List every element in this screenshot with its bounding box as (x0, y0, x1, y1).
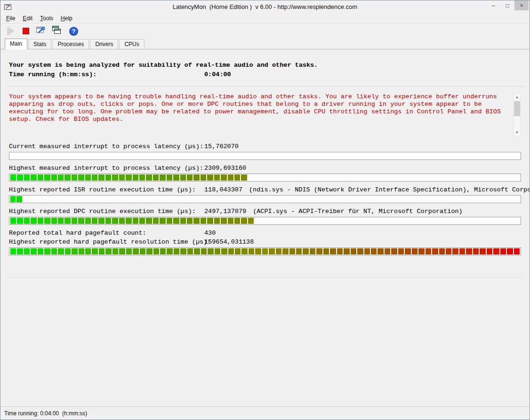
meter-segment (78, 218, 84, 224)
meter-segment (16, 196, 22, 202)
analyzing-text: Your system is being analyzed for suitab… (9, 61, 521, 70)
meter-segment (446, 248, 451, 254)
meter-segment (214, 218, 220, 224)
play-icon (8, 27, 14, 35)
main-panel: Your system is being analyzed for suitab… (0, 49, 530, 406)
meter-segment (31, 218, 36, 224)
meter-segment (79, 248, 84, 254)
divider (5, 86, 525, 87)
close-button[interactable]: × (514, 0, 529, 10)
scroll-up-icon[interactable]: ▲ (514, 94, 521, 101)
analysis-summary: Your system is being analyzed for suitab… (9, 61, 521, 79)
metric-label: Current measured interrupt to process la… (9, 143, 204, 151)
meter-segment (51, 248, 57, 254)
meter-fill (9, 248, 521, 255)
meter-segment (126, 218, 131, 224)
menu-file[interactable]: File (2, 14, 19, 23)
scrollbar-thumb[interactable] (514, 101, 520, 116)
start-monitor-button[interactable] (4, 25, 17, 37)
statusbar-text: Time running: 0:04:00 (h:mm:ss) (4, 410, 87, 417)
meter-segment (221, 218, 226, 224)
menu-help[interactable]: Help (57, 14, 76, 23)
meter-segment (180, 248, 186, 254)
meter-segment (92, 218, 97, 224)
meter-segment (241, 218, 247, 224)
meter-segment (146, 218, 152, 224)
meter-segment (133, 248, 138, 254)
tab-drivers[interactable]: Drivers (90, 39, 118, 49)
meter-segment (51, 218, 57, 224)
meter-segment (235, 248, 241, 254)
metric-value: 2309,693160 (204, 165, 246, 172)
meter-segment (507, 248, 513, 254)
meter-segment (58, 174, 64, 181)
meter-segment (133, 174, 138, 181)
meter-segment (72, 248, 77, 254)
window-controls: – □ × (486, 0, 529, 13)
meter-segment (51, 174, 57, 181)
meter-segment (289, 248, 295, 254)
meter-segment (24, 174, 30, 181)
meter-segment (92, 248, 97, 254)
meter-segment (432, 248, 438, 254)
meter-segment (44, 248, 50, 254)
options-button[interactable] (34, 25, 47, 37)
meter-segment (377, 248, 383, 254)
latency-meter (9, 174, 521, 182)
meter-segment (85, 174, 91, 181)
tab-cpus[interactable]: CPUs (119, 39, 144, 49)
meter-segment (64, 174, 70, 181)
meter-segment (105, 218, 111, 224)
meter-segment (38, 218, 43, 224)
tab-main[interactable]: Main (5, 39, 27, 49)
meter-segment (371, 248, 377, 254)
meter-segment (24, 248, 30, 254)
meter-segment (38, 174, 43, 181)
tab-stats[interactable]: Stats (28, 39, 51, 49)
meter-segment (248, 218, 254, 224)
scroll-down-icon[interactable]: ▼ (514, 129, 521, 136)
meter-segment (119, 248, 125, 254)
help-button[interactable]: ? (67, 25, 80, 37)
meter-segment (310, 248, 315, 254)
metric-line: Highest reported DPC routine execution t… (9, 208, 521, 215)
warning-scrollbar[interactable]: ▲ ▼ (513, 93, 521, 136)
meter-segment (187, 218, 193, 224)
metric-row: Reported total hard pagefault count:430 (9, 230, 521, 237)
meter-segment (228, 218, 233, 224)
meter-segment (364, 248, 370, 254)
windows-view-button[interactable] (49, 25, 62, 37)
meter-segment (357, 248, 363, 254)
metric-value: 118,043307 (204, 186, 242, 194)
meter-segment (31, 248, 36, 254)
meter-segment (160, 174, 165, 181)
meter-segment (439, 248, 445, 254)
meter-segment (119, 218, 125, 224)
menu-tools[interactable]: Tools (36, 14, 57, 23)
metric-line: Reported total hard pagefault count:430 (9, 230, 521, 237)
meter-segment (276, 248, 281, 254)
meter-fill (9, 174, 248, 181)
meter-segment (201, 218, 206, 224)
meter-segment (31, 174, 36, 181)
meter-segment (194, 248, 200, 254)
stop-monitor-button[interactable] (19, 25, 32, 37)
minimize-button[interactable]: – (486, 0, 500, 10)
toolbar: ? (0, 24, 530, 39)
meter-segment (72, 218, 77, 224)
meter-segment (85, 218, 91, 224)
menu-edit[interactable]: Edit (19, 14, 36, 23)
meter-segment (105, 248, 111, 254)
meter-segment (296, 248, 302, 254)
help-icon: ? (69, 27, 78, 36)
latency-meter (9, 247, 521, 255)
meter-segment (493, 248, 499, 254)
meter-segment (10, 248, 16, 254)
meter-segment (24, 218, 30, 224)
tab-processes[interactable]: Processes (52, 39, 89, 49)
meter-segment (323, 248, 329, 254)
meter-segment (167, 174, 172, 181)
maximize-button[interactable]: □ (500, 0, 514, 10)
meter-segment (426, 248, 431, 254)
metric-label: Highest reported DPC routine execution t… (9, 208, 204, 215)
